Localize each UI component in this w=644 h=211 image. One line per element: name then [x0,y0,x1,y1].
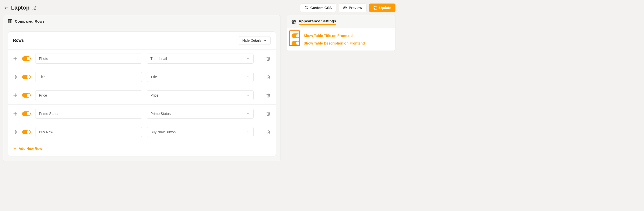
update-label: Update [379,6,391,10]
row-toggle[interactable] [22,93,31,98]
compare-icon [8,19,12,23]
trash-icon [266,93,270,98]
svg-point-20 [293,21,295,23]
svg-point-5 [344,7,345,8]
custom-css-button[interactable]: Custom CSS [300,4,336,12]
rows-title: Rows [13,38,24,43]
delete-row-button[interactable] [266,111,271,116]
row-name-input[interactable] [35,72,142,82]
toggle-show-table-description[interactable] [292,41,300,46]
update-button[interactable]: Update [369,4,395,12]
svg-rect-6 [8,19,10,23]
edit-title-button[interactable] [32,6,36,10]
row-toggle[interactable] [22,75,31,79]
chevron-down-icon [246,57,250,60]
row-type-value: Title [150,75,157,79]
save-icon [373,6,377,10]
drag-handle[interactable] [13,111,18,116]
trash-icon [266,130,270,134]
eye-icon [343,6,347,10]
hide-details-label: Hide Details [243,38,261,43]
delete-row-button[interactable] [266,93,271,98]
toggle-show-table-title[interactable] [292,33,300,38]
delete-row-button[interactable] [266,74,271,79]
add-new-row-label: Add New Row [19,147,42,151]
drag-handle[interactable] [13,75,18,79]
drag-handle[interactable] [13,56,18,61]
setting-label-title: Show Table Title on Frontend [304,34,353,38]
table-row: Prime Status [8,105,276,123]
row-name-input[interactable] [35,109,142,119]
row-toggle[interactable] [22,130,31,134]
delete-row-button[interactable] [266,130,271,135]
hide-details-button[interactable]: Hide Details [239,36,271,45]
row-type-value: Thumbnail [150,57,167,61]
trash-icon [266,75,270,79]
chevron-down-icon [246,75,250,79]
chevron-down-icon [246,130,250,134]
appearance-settings-tab[interactable]: Appearance Settings [299,19,336,25]
page-title: Laptop [11,5,29,11]
compared-rows-panel: Compared Rows Rows Hide Details Thumbnai… [3,15,281,161]
add-new-row-button[interactable]: Add New Row [8,141,47,156]
row-type-value: Price [150,93,158,97]
row-type-value: Buy Now Button [150,130,176,134]
sliders-icon [304,6,308,10]
row-name-input[interactable] [35,127,142,137]
back-button[interactable] [4,6,9,10]
plus-icon [13,147,17,150]
chevron-up-icon [263,39,267,42]
preview-label: Preview [349,6,362,10]
compared-rows-label: Compared Rows [15,19,45,23]
arrow-left-icon [4,6,9,10]
drag-handle[interactable] [13,130,18,134]
row-type-value: Prime Status [150,112,171,116]
row-name-input[interactable] [35,54,142,64]
svg-point-4 [307,9,308,9]
setting-label-description: Show Table Description on Frontend [304,41,365,45]
delete-row-button[interactable] [266,56,271,61]
custom-css-label: Custom CSS [310,6,332,10]
chevron-down-icon [246,94,250,97]
row-type-select[interactable]: Thumbnail [147,54,254,64]
table-row: Price [8,86,276,105]
svg-point-3 [305,7,306,7]
chevron-down-icon [246,112,250,115]
row-toggle[interactable] [22,56,31,61]
trash-icon [266,57,270,61]
rows-card: Rows Hide Details ThumbnailTitlePricePri… [8,31,276,156]
table-row: Thumbnail [8,50,276,68]
appearance-settings-panel: Appearance Settings Show Table Title on … [287,15,395,51]
row-name-input[interactable] [35,90,142,100]
table-row: Buy Now Button [8,123,276,141]
preview-button[interactable]: Preview [339,4,367,12]
row-type-select[interactable]: Prime Status [147,109,254,119]
row-toggle[interactable] [22,111,31,116]
pencil-icon [32,6,36,10]
drag-handle[interactable] [13,93,18,98]
row-type-select[interactable]: Title [147,72,254,82]
row-type-select[interactable]: Buy Now Button [147,127,254,137]
trash-icon [266,112,270,116]
table-row: Title [8,68,276,86]
row-type-select[interactable]: Price [147,90,254,100]
gear-icon [292,20,296,24]
svg-rect-7 [11,19,12,23]
